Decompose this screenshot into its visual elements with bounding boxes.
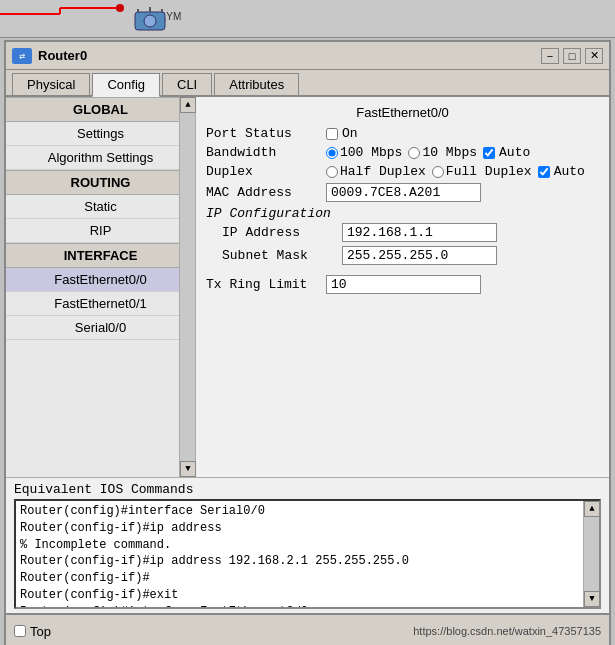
window-title-left: Router0 <box>12 48 87 64</box>
mac-label: MAC Address <box>206 185 326 200</box>
window-title: Router0 <box>38 48 87 63</box>
window-controls: − □ ✕ <box>541 48 603 64</box>
tx-ring-label: Tx Ring Limit <box>206 277 326 292</box>
ios-line-5: Router(config-if)# <box>20 570 579 587</box>
mac-address-row: MAC Address <box>206 183 599 202</box>
bottom-bar: Top https://blog.csdn.net/watxin_4735713… <box>6 613 609 645</box>
port-on-checkbox[interactable] <box>326 128 338 140</box>
ios-text: Router(config)#interface Serial0/0 Route… <box>16 501 583 607</box>
ios-line-4: Router(config-if)#ip address 192.168.2.1… <box>20 553 579 570</box>
ios-terminal: Router(config)#interface Serial0/0 Route… <box>14 499 601 609</box>
scroll-up-arrow[interactable]: ▲ <box>180 97 196 113</box>
sidebar-item-settings[interactable]: Settings <box>6 122 195 146</box>
ios-scroll-up[interactable]: ▲ <box>584 501 600 517</box>
port-on-label: On <box>342 126 358 141</box>
half-duplex-option: Half Duplex <box>326 164 426 179</box>
ios-scroll-down[interactable]: ▼ <box>584 591 600 607</box>
half-duplex-radio[interactable] <box>326 166 338 178</box>
section-global: GLOBAL <box>6 97 195 122</box>
duplex-label: Duplex <box>206 164 326 179</box>
duplex-radio-group: Half Duplex Full Duplex Auto <box>326 164 585 179</box>
bandwidth-label: Bandwidth <box>206 145 326 160</box>
subnet-label: Subnet Mask <box>222 248 342 263</box>
subnet-mask-row: Subnet Mask <box>222 246 599 265</box>
svg-point-3 <box>116 4 124 12</box>
sidebar-item-algorithm-settings[interactable]: Algorithm Settings <box>6 146 195 170</box>
ios-scroll-track <box>584 517 599 591</box>
tab-config[interactable]: Config <box>92 73 160 97</box>
scroll-track <box>180 113 195 461</box>
duplex-auto-checkbox[interactable] <box>538 166 550 178</box>
bottom-url: https://blog.csdn.net/watxin_47357135 <box>413 625 601 637</box>
full-duplex-label: Full Duplex <box>446 164 532 179</box>
network-header: 262 .1YM <box>0 0 615 38</box>
main-content: GLOBAL Settings Algorithm Settings ROUTI… <box>6 97 609 477</box>
sidebar-scrollbar[interactable]: ▲ ▼ <box>179 97 195 477</box>
tabs-bar: Physical Config CLI Attributes <box>6 70 609 97</box>
right-panel: FastEthernet0/0 Port Status On Bandwidth… <box>196 97 609 477</box>
bw-100-option: 100 Mbps <box>326 145 402 160</box>
bw-auto-checkbox[interactable] <box>483 147 495 159</box>
port-status-row: Port Status On <box>206 126 599 141</box>
sidebar-item-rip[interactable]: RIP <box>6 219 195 243</box>
section-interface: INTERFACE <box>6 243 195 268</box>
tab-attributes[interactable]: Attributes <box>214 73 299 95</box>
ios-label: Equivalent IOS Commands <box>14 482 601 497</box>
tx-ring-row: Tx Ring Limit <box>206 275 599 294</box>
bw-100-label: 100 Mbps <box>340 145 402 160</box>
duplex-row: Duplex Half Duplex Full Duplex Auto <box>206 164 599 179</box>
sidebar-item-serial00[interactable]: Serial0/0 <box>6 316 195 340</box>
bw-auto-label: Auto <box>499 145 530 160</box>
sidebar-item-static[interactable]: Static <box>6 195 195 219</box>
router-icon <box>12 48 32 64</box>
port-status-checkbox-area: On <box>326 126 358 141</box>
bandwidth-radio-group: 100 Mbps 10 Mbps Auto <box>326 145 530 160</box>
bw-10-radio[interactable] <box>408 147 420 159</box>
minimize-button[interactable]: − <box>541 48 559 64</box>
full-duplex-radio[interactable] <box>432 166 444 178</box>
close-button[interactable]: ✕ <box>585 48 603 64</box>
bw-100-radio[interactable] <box>326 147 338 159</box>
tx-ring-input[interactable] <box>326 275 481 294</box>
sidebar-list: GLOBAL Settings Algorithm Settings ROUTI… <box>6 97 195 477</box>
half-duplex-label: Half Duplex <box>340 164 426 179</box>
duplex-auto-area: Auto <box>538 164 585 179</box>
duplex-auto-label: Auto <box>554 164 585 179</box>
ios-line-2: Router(config-if)#ip address <box>20 520 579 537</box>
subnet-mask-input[interactable] <box>342 246 497 265</box>
ios-line-7: Router(config)#interface FastEthernet0/0 <box>20 604 579 607</box>
bw-auto-area: Auto <box>483 145 530 160</box>
window-titlebar: Router0 − □ ✕ <box>6 42 609 70</box>
router-device-icon <box>130 4 170 38</box>
section-routing: ROUTING <box>6 170 195 195</box>
ios-line-6: Router(config-if)#exit <box>20 587 579 604</box>
bw-10-option: 10 Mbps <box>408 145 477 160</box>
scroll-down-arrow[interactable]: ▼ <box>180 461 196 477</box>
sidebar: GLOBAL Settings Algorithm Settings ROUTI… <box>6 97 196 477</box>
ip-address-input[interactable] <box>342 223 497 242</box>
bandwidth-row: Bandwidth 100 Mbps 10 Mbps Auto <box>206 145 599 160</box>
top-checkbox-label: Top <box>14 624 51 639</box>
ip-address-row: IP Address <box>222 223 599 242</box>
port-status-label: Port Status <box>206 126 326 141</box>
bw-10-label: 10 Mbps <box>422 145 477 160</box>
router-window: Router0 − □ ✕ Physical Config CLI Attrib… <box>4 40 611 645</box>
sidebar-item-fastethernet01[interactable]: FastEthernet0/1 <box>6 292 195 316</box>
sidebar-item-fastethernet00[interactable]: FastEthernet0/0 <box>6 268 195 292</box>
tab-physical[interactable]: Physical <box>12 73 90 95</box>
maximize-button[interactable]: □ <box>563 48 581 64</box>
top-label: Top <box>30 624 51 639</box>
top-checkbox[interactable] <box>14 625 26 637</box>
ios-line-1: Router(config)#interface Serial0/0 <box>20 503 579 520</box>
full-duplex-option: Full Duplex <box>432 164 532 179</box>
svg-point-7 <box>144 15 156 27</box>
tab-cli[interactable]: CLI <box>162 73 212 95</box>
ip-config-section-label: IP Configuration <box>206 206 599 221</box>
panel-title: FastEthernet0/0 <box>206 105 599 120</box>
ios-scrollbar[interactable]: ▲ ▼ <box>583 501 599 607</box>
ios-section: Equivalent IOS Commands Router(config)#i… <box>6 477 609 613</box>
mac-value-input[interactable] <box>326 183 481 202</box>
ip-address-label: IP Address <box>222 225 342 240</box>
ios-line-3: % Incomplete command. <box>20 537 579 554</box>
